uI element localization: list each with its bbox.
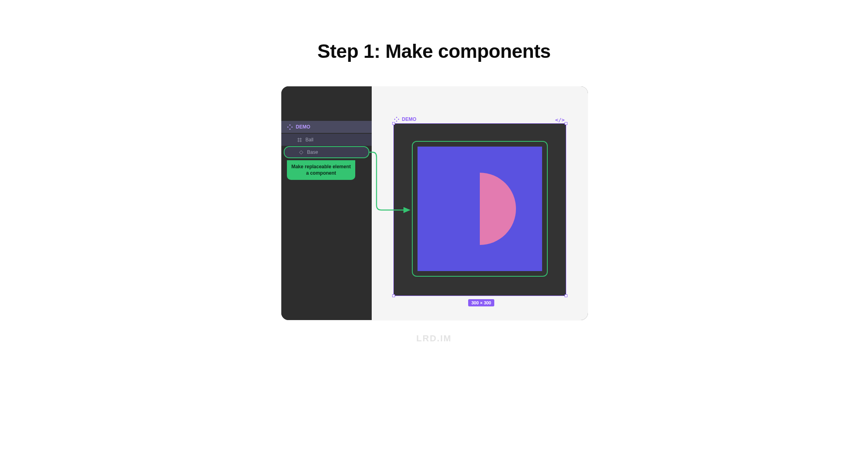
svg-rect-1 [289, 128, 291, 129]
frame-icon [297, 137, 302, 143]
resize-handle-tl[interactable] [392, 122, 395, 125]
resize-handle-br[interactable] [565, 294, 567, 297]
layer-label: Base [307, 149, 318, 155]
dimensions-badge: 300 × 300 [468, 299, 494, 306]
frame-label[interactable]: DEMO [394, 116, 416, 122]
watermark: LRD.IM [133, 333, 735, 344]
layer-row-demo[interactable]: DEMO [281, 121, 372, 133]
svg-rect-10 [396, 120, 397, 122]
svg-rect-9 [396, 117, 397, 118]
design-canvas[interactable]: DEMO </> 300 × 300 [372, 86, 588, 320]
layers-sidebar: DEMO Ball Base Make replaceable element … [281, 86, 372, 320]
svg-rect-11 [394, 118, 395, 120]
frame-label-text: DEMO [402, 116, 416, 122]
layer-label: DEMO [296, 124, 310, 130]
resize-handle-bl[interactable] [392, 294, 395, 297]
figma-panel: DEMO Ball Base Make replaceable element … [281, 86, 588, 320]
layer-row-base[interactable]: Base [284, 146, 369, 158]
layer-label: Ball [305, 137, 313, 143]
annotation-tooltip: Make replaceable element a component [287, 160, 355, 180]
svg-rect-3 [291, 126, 292, 128]
component-icon [287, 124, 293, 130]
svg-rect-2 [287, 126, 289, 128]
diamond-icon [298, 149, 304, 155]
page-title: Step 1: Make components [133, 40, 735, 62]
layer-row-ball[interactable]: Ball [281, 134, 372, 146]
svg-rect-0 [289, 124, 291, 126]
svg-rect-12 [398, 118, 399, 120]
component-icon [394, 116, 399, 122]
code-link-icon[interactable]: </> [555, 117, 565, 123]
svg-rect-8 [299, 150, 303, 154]
resize-handle-tr[interactable] [565, 122, 567, 125]
